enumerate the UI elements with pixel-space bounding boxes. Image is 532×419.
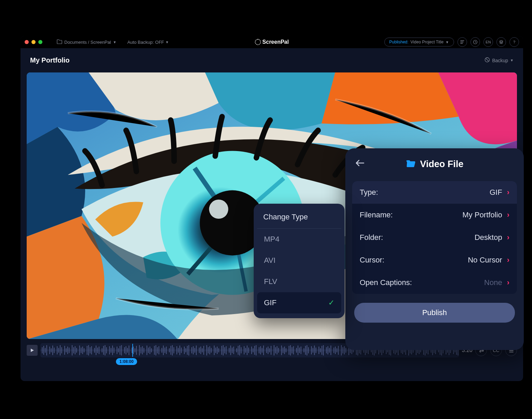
- svg-rect-124: [260, 346, 261, 354]
- backup-label: Backup: [492, 58, 508, 63]
- value-captions: None: [484, 278, 502, 287]
- content-header: My Portfolio Backup ▼: [21, 48, 523, 72]
- play-button[interactable]: [27, 345, 38, 356]
- row-type[interactable]: Type: GIF›: [352, 181, 517, 204]
- svg-rect-39: [102, 348, 102, 352]
- close-window-button[interactable]: [25, 40, 29, 44]
- language-button[interactable]: EN: [483, 37, 493, 47]
- row-cursor[interactable]: Cursor: No Cursor›: [352, 249, 517, 271]
- autobackup-toggle[interactable]: Auto Backup: OFF ▼: [127, 40, 169, 45]
- svg-rect-77: [172, 345, 173, 355]
- row-open-captions[interactable]: Open Captions: None›: [352, 271, 517, 294]
- svg-rect-82: [181, 348, 182, 353]
- no-backup-icon: [484, 57, 490, 64]
- publish-status-dropdown[interactable]: Published: Video Project Title ▼: [384, 38, 454, 46]
- svg-rect-48: [118, 348, 119, 352]
- svg-rect-140: [290, 345, 291, 355]
- svg-rect-161: [329, 348, 330, 353]
- svg-rect-84: [185, 348, 186, 352]
- svg-rect-155: [319, 347, 319, 354]
- svg-rect-150: [308, 347, 309, 353]
- svg-rect-18: [61, 347, 62, 353]
- type-option-gif[interactable]: GIF ✓: [257, 292, 341, 313]
- svg-rect-134: [278, 348, 279, 353]
- svg-rect-90: [196, 346, 197, 355]
- label-cursor: Cursor:: [360, 256, 384, 265]
- value-filename: My Portfolio: [463, 211, 502, 219]
- svg-rect-102: [218, 348, 219, 352]
- maximize-window-button[interactable]: [38, 40, 42, 44]
- svg-rect-96: [208, 347, 209, 353]
- svg-rect-47: [117, 347, 117, 354]
- svg-rect-129: [269, 348, 270, 352]
- publish-button[interactable]: Publish: [354, 303, 515, 323]
- panel-rows: Type: GIF› Filename: My Portfolio› Folde…: [352, 181, 517, 294]
- type-option-avi[interactable]: AVI: [257, 250, 341, 271]
- list-icon[interactable]: [457, 37, 467, 47]
- svg-rect-64: [148, 348, 149, 353]
- svg-rect-29: [82, 347, 83, 354]
- chevron-right-icon: ›: [507, 211, 509, 219]
- back-arrow-icon[interactable]: [355, 159, 365, 170]
- svg-rect-9: [45, 348, 45, 353]
- type-option-flv[interactable]: FLV: [257, 271, 341, 292]
- check-icon: ✓: [328, 298, 334, 307]
- svg-rect-126: [263, 346, 264, 355]
- svg-rect-40: [103, 346, 104, 355]
- row-folder[interactable]: Folder: Desktop›: [352, 226, 517, 249]
- svg-rect-85: [187, 346, 188, 355]
- svg-rect-170: [345, 348, 346, 353]
- option-label: MP4: [264, 235, 279, 244]
- svg-rect-25: [75, 346, 76, 354]
- chevron-right-icon: ›: [507, 278, 509, 287]
- value-cursor: No Cursor: [468, 256, 502, 265]
- minimize-window-button[interactable]: [31, 40, 36, 44]
- svg-rect-163: [333, 348, 334, 353]
- svg-rect-169: [344, 346, 345, 354]
- current-time-badge: 1:08:00: [116, 358, 137, 365]
- svg-rect-162: [331, 346, 331, 355]
- svg-rect-89: [195, 348, 195, 353]
- svg-rect-105: [224, 347, 225, 353]
- svg-rect-122: [256, 345, 256, 355]
- chevron-right-icon: ›: [507, 256, 509, 265]
- svg-rect-63: [147, 346, 147, 355]
- backup-button[interactable]: Backup ▼: [484, 57, 514, 64]
- svg-rect-149: [307, 345, 307, 355]
- svg-rect-41: [105, 345, 105, 355]
- playhead[interactable]: [132, 344, 133, 357]
- svg-rect-114: [241, 347, 241, 353]
- svg-rect-37: [97, 348, 98, 353]
- svg-rect-91: [199, 348, 200, 353]
- label-filename: Filename:: [360, 211, 393, 219]
- svg-rect-49: [120, 346, 120, 355]
- row-filename[interactable]: Filename: My Portfolio›: [352, 204, 517, 226]
- titlebar-right: Published: Video Project Title ▼ EN ?: [384, 37, 519, 47]
- svg-rect-62: [144, 348, 144, 353]
- layers-icon[interactable]: [496, 37, 506, 47]
- history-icon[interactable]: [470, 37, 480, 47]
- svg-rect-130: [271, 346, 271, 355]
- chevron-down-icon: ▼: [113, 40, 117, 44]
- svg-rect-24: [73, 347, 74, 353]
- svg-rect-118: [248, 348, 249, 353]
- svg-rect-43: [109, 346, 110, 354]
- breadcrumb[interactable]: Documents / ScreenPal ▼: [57, 39, 116, 45]
- folder-icon: [57, 39, 62, 45]
- svg-rect-65: [149, 347, 150, 354]
- type-option-mp4[interactable]: MP4: [257, 229, 341, 250]
- svg-rect-167: [341, 345, 342, 355]
- help-icon[interactable]: ?: [509, 37, 519, 47]
- svg-rect-135: [281, 346, 282, 355]
- svg-rect-168: [343, 347, 343, 353]
- svg-rect-71: [161, 348, 162, 353]
- publish-status: Published:: [389, 40, 409, 44]
- svg-rect-142: [293, 346, 294, 354]
- svg-rect-33: [90, 347, 90, 353]
- svg-rect-87: [191, 347, 192, 353]
- svg-rect-20: [66, 348, 66, 352]
- svg-rect-26: [76, 348, 77, 353]
- svg-rect-56: [133, 347, 134, 354]
- svg-rect-94: [203, 346, 204, 355]
- chevron-right-icon: ›: [507, 233, 509, 242]
